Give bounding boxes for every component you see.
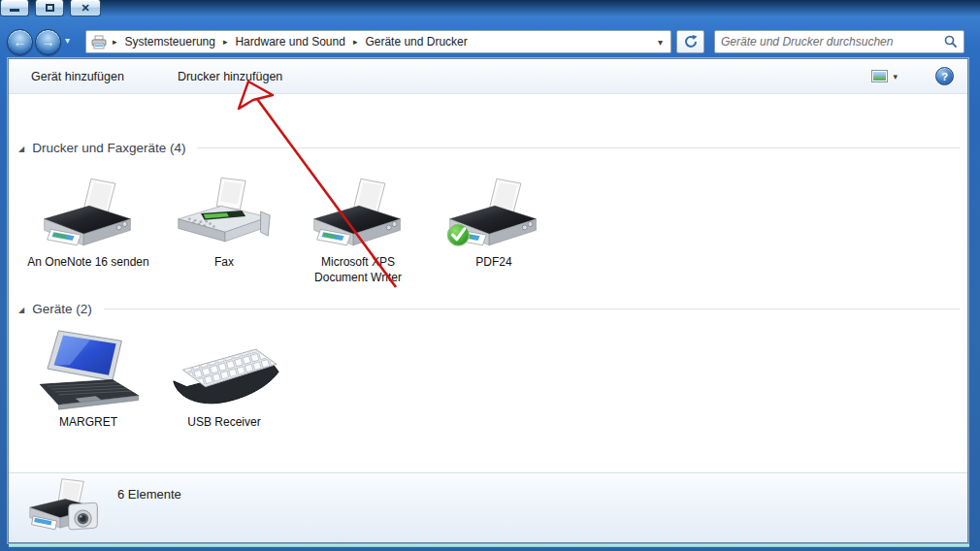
devices-group-title: Geräte (2)	[32, 302, 92, 316]
group-rule	[197, 147, 960, 148]
help-button[interactable]: ?	[935, 67, 954, 85]
minimize-icon	[10, 9, 19, 12]
printer-item-onenote[interactable]: An OneNote 16 senden	[24, 171, 152, 271]
devices-and-printers-icon	[90, 35, 108, 49]
window-bottom-glow	[9, 544, 969, 547]
address-bar[interactable]: ▸ Systemsteuerung ▸ Hardware und Sound ▸…	[85, 30, 671, 53]
command-toolbar: Gerät hinzufügen Drucker hinzufügen ▾ ?	[9, 59, 967, 94]
maximize-button[interactable]	[35, 0, 64, 16]
window-client-area: Gerät hinzufügen Drucker hinzufügen ▾ ? …	[8, 58, 968, 543]
close-icon: ✕	[81, 3, 89, 14]
breadcrumb-separator-icon: ▸	[218, 37, 233, 47]
printer-icon	[24, 171, 152, 252]
search-box	[714, 30, 964, 53]
fax-icon	[160, 171, 288, 252]
back-button[interactable]: ←	[7, 29, 33, 55]
add-printer-button[interactable]: Drucker hinzufügen	[169, 65, 291, 88]
refresh-button[interactable]	[676, 30, 704, 53]
refresh-icon	[683, 34, 699, 49]
devices-and-printers-window: ✕ ← → ▾ ▸ Systemsteuerung ▸ Hardware und…	[0, 0, 980, 551]
item-list-area: ◢ Drucker und Faxgeräte (4) An OneNote 1…	[9, 95, 967, 472]
forward-button[interactable]: →	[35, 29, 61, 55]
selected-items-icon	[24, 477, 110, 543]
printer-item-label: An OneNote 16 senden	[24, 255, 152, 271]
views-dropdown-icon: ▾	[893, 72, 898, 81]
breadcrumb-separator-icon: ▸	[108, 37, 122, 47]
printer-item-label: Microsoft XPS Document Writer	[294, 255, 422, 285]
details-pane: 6 Elemente	[9, 472, 967, 542]
group-rule	[104, 308, 960, 309]
breadcrumb-item-systemsteuerung[interactable]: Systemsteuerung	[122, 33, 218, 50]
breadcrumb-item-hardware-und-sound[interactable]: Hardware und Sound	[232, 33, 347, 50]
printer-item-pdf24-default[interactable]: PDF24	[430, 171, 558, 271]
printer-item-fax[interactable]: Fax	[160, 171, 288, 271]
device-item-usb-receiver[interactable]: USB Receiver	[160, 331, 288, 431]
printers-group-header[interactable]: ◢ Drucker und Faxgeräte (4)	[18, 141, 960, 155]
printer-item-label: PDF24	[430, 255, 558, 271]
printer-icon-with-default-badge	[430, 171, 558, 252]
expander-icon: ◢	[18, 145, 24, 153]
maximize-icon	[46, 4, 54, 12]
expander-icon: ◢	[18, 306, 24, 314]
printers-group-title: Drucker und Faxgeräte (4)	[32, 141, 185, 155]
search-icon[interactable]	[944, 35, 958, 49]
change-view-button[interactable]: ▾	[866, 67, 902, 85]
minimize-button[interactable]	[0, 0, 29, 16]
printer-icon	[294, 171, 422, 252]
view-thumbnail-icon	[871, 70, 888, 82]
printer-item-label: Fax	[160, 255, 288, 271]
printer-item-xps-writer[interactable]: Microsoft XPS Document Writer	[294, 171, 422, 285]
laptop-icon	[24, 331, 152, 412]
device-item-label: MARGRET	[24, 415, 152, 431]
devices-group-header[interactable]: ◢ Geräte (2)	[18, 302, 960, 316]
keyboard-icon	[160, 331, 288, 412]
add-device-button[interactable]: Gerät hinzufügen	[22, 65, 133, 88]
search-input[interactable]	[721, 35, 944, 49]
device-item-label: USB Receiver	[160, 415, 288, 431]
breadcrumb-separator-icon: ▸	[348, 37, 363, 47]
item-count-status: 6 Elemente	[117, 487, 181, 502]
address-dropdown-icon[interactable]: ▾	[654, 37, 667, 48]
breadcrumb-item-geraete-und-drucker[interactable]: Geräte und Drucker	[362, 33, 470, 50]
history-dropdown-icon[interactable]: ▾	[65, 35, 70, 46]
close-button[interactable]: ✕	[70, 0, 101, 16]
device-item-margret[interactable]: MARGRET	[24, 331, 152, 431]
window-caption-buttons: ✕	[0, 0, 101, 16]
